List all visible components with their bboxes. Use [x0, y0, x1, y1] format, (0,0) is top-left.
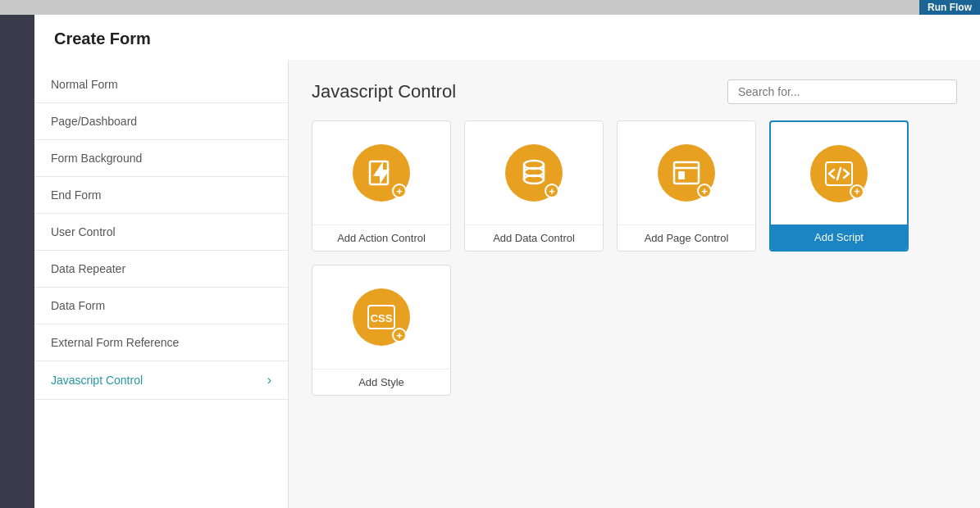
card-label-add-page-control: Add Page Control: [618, 225, 755, 251]
plus-badge-add-data-control: +: [545, 184, 559, 198]
svg-rect-6: [674, 162, 699, 184]
run-flow-button[interactable]: Run Flow: [919, 0, 980, 15]
plus-badge-add-script: +: [850, 184, 864, 199]
cards-grid: +Add Action Control +Add Data Control +A…: [312, 120, 957, 396]
sidebar-item-label-form-background: Form Background: [51, 152, 142, 165]
content-title: Javascript Control: [312, 81, 456, 102]
card-add-data-control[interactable]: +Add Data Control: [464, 120, 604, 252]
sidebar-item-data-form[interactable]: Data Form: [34, 288, 288, 324]
search-input[interactable]: [727, 79, 957, 104]
card-icon-area-add-style: CSS +: [353, 265, 410, 369]
sidebar-item-normal-form[interactable]: Normal Form: [34, 66, 288, 103]
plus-badge-add-action-control: +: [392, 184, 407, 198]
sidebar-item-label-page-dashboard: Page/Dashboard: [51, 115, 137, 128]
sidebar-item-external-form-reference[interactable]: External Form Reference: [34, 324, 288, 361]
card-label-add-style: Add Style: [312, 369, 450, 395]
card-label-add-script: Add Script: [771, 225, 907, 250]
sidebar-item-label-data-repeater: Data Repeater: [51, 262, 125, 275]
sidebar-item-data-repeater[interactable]: Data Repeater: [34, 251, 288, 288]
icon-circle-add-script: +: [810, 145, 868, 202]
sidebar-item-label-external-form-reference: External Form Reference: [51, 336, 179, 349]
sidebar-item-label-javascript-control: Javascript Control: [51, 374, 143, 387]
content-header: Javascript Control: [312, 79, 957, 104]
svg-text:CSS: CSS: [371, 312, 393, 324]
sidebar-item-page-dashboard[interactable]: Page/Dashboard: [34, 103, 288, 140]
card-add-style[interactable]: CSS +Add Style: [312, 265, 451, 396]
modal-header: Create Form: [34, 15, 980, 60]
sidebar-item-label-user-control: User Control: [51, 225, 116, 238]
sidebar-item-end-form[interactable]: End Form: [34, 177, 288, 214]
icon-circle-add-action-control: +: [353, 144, 410, 202]
sidebar-item-label-end-form: End Form: [51, 188, 101, 202]
icon-circle-add-data-control: +: [505, 144, 563, 202]
sidebar-item-label-data-form: Data Form: [51, 299, 105, 312]
card-icon-area-add-action-control: +: [353, 121, 410, 225]
card-add-script[interactable]: +Add Script: [769, 120, 909, 252]
icon-circle-add-style: CSS +: [353, 288, 410, 346]
chevron-right-icon: ›: [267, 373, 271, 388]
top-bar: Run Flow: [0, 0, 980, 15]
create-form-modal: Create Form Normal FormPage/DashboardFor…: [34, 15, 980, 508]
card-add-action-control[interactable]: +Add Action Control: [312, 120, 451, 252]
left-panel: [0, 15, 34, 508]
modal-body: Normal FormPage/DashboardForm Background…: [34, 60, 980, 508]
icon-circle-add-page-control: +: [658, 144, 715, 202]
svg-line-10: [837, 168, 841, 179]
card-icon-area-add-page-control: +: [658, 121, 715, 225]
card-icon-area-add-data-control: +: [505, 121, 563, 225]
modal-title: Create Form: [54, 29, 960, 48]
plus-badge-add-page-control: +: [697, 184, 712, 198]
content-area: Javascript Control +Add Action Control +…: [289, 60, 980, 508]
sidebar-item-user-control[interactable]: User Control: [34, 214, 288, 251]
svg-rect-8: [678, 171, 685, 179]
sidebar-item-label-normal-form: Normal Form: [51, 78, 118, 91]
plus-badge-add-style: +: [392, 328, 407, 342]
card-label-add-data-control: Add Data Control: [465, 225, 603, 251]
sidebar-item-form-background[interactable]: Form Background: [34, 140, 288, 177]
card-label-add-action-control: Add Action Control: [312, 225, 450, 251]
sidebar-item-javascript-control[interactable]: Javascript Control›: [34, 361, 288, 400]
sidebar-nav: Normal FormPage/DashboardForm Background…: [34, 60, 289, 508]
card-icon-area-add-script: +: [810, 122, 868, 225]
card-add-page-control[interactable]: +Add Page Control: [617, 120, 756, 252]
